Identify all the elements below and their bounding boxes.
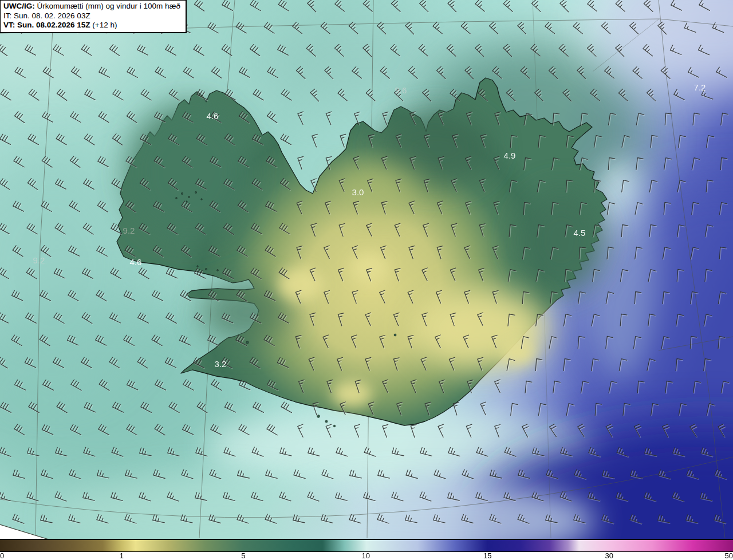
- title-box: UWC/IG: Úrkomumætti (mm) og vindur i 100…: [0, 0, 187, 33]
- title-line: UWC/IG: Úrkomumætti (mm) og vindur i 100…: [3, 2, 180, 11]
- valid-label: VT:: [3, 21, 15, 29]
- colorbar-gradient: [0, 539, 733, 552]
- colorbar-tick-label: 10: [361, 551, 369, 560]
- valid-time-line: VT: Sun. 08.02.2026 15Z (+12 h): [3, 21, 180, 30]
- colorbar-tick-label: 0: [0, 551, 4, 560]
- contour-label: 3.2: [215, 359, 227, 369]
- contour-label: 9.6: [395, 85, 407, 95]
- colorbar-ticks: 01510153050: [0, 552, 733, 560]
- valid-value: Sun. 08.02.2026 15Z: [17, 21, 90, 29]
- init-time-line: IT: Sun. 08. 02. 2026 03Z: [3, 11, 180, 21]
- colorbar-tick-label: 30: [605, 551, 613, 560]
- forecast-map: 4.69.67.24.93.09.29.24.64.53.2: [0, 0, 733, 539]
- contour-label: 4.6: [130, 257, 142, 267]
- contour-label: 9.2: [33, 255, 45, 265]
- valid-suffix: (+12 h): [92, 21, 117, 29]
- colorbar-tick-label: 15: [483, 551, 491, 560]
- contour-label: 4.6: [207, 111, 219, 121]
- colorbar-tick-label: 1: [120, 551, 124, 560]
- contour-label: 4.9: [504, 151, 516, 160]
- contour-label: 7.2: [694, 82, 706, 92]
- init-label: IT:: [3, 11, 11, 20]
- init-value: Sun. 08. 02. 2026 03Z: [14, 11, 90, 20]
- colorbar-tick-label: 5: [241, 551, 245, 560]
- weather-map-product: 4.69.67.24.93.09.29.24.64.53.2 UWC/IG: Ú…: [0, 0, 733, 560]
- contour-label: 9.2: [123, 226, 135, 235]
- model-label: UWC/IG:: [3, 2, 35, 10]
- contour-label: 4.5: [574, 228, 586, 238]
- contour-label: 3.0: [352, 187, 364, 197]
- colorbar-tick-label: 50: [725, 551, 733, 560]
- map-title: Úrkomumætti (mm) og vindur i 100m hæð: [37, 2, 181, 10]
- colorbar: 01510153050: [0, 539, 733, 560]
